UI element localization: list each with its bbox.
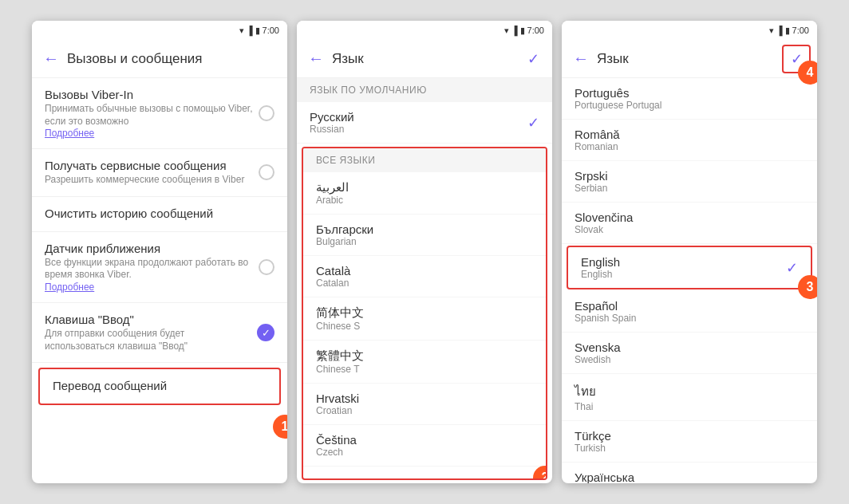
lang-bulgarian-content: Български Bulgarian: [316, 222, 373, 247]
lang-serbian-content: Srpski Serbian: [575, 169, 608, 194]
lang-spanish[interactable]: Español Spanish Spain: [562, 291, 817, 333]
time-1: 7:00: [263, 26, 279, 35]
lang-ukrainian-name: Українська: [575, 471, 634, 483]
lang-swedish[interactable]: Svenska Swedish: [562, 333, 817, 374]
lang-thai[interactable]: ไทย Thai: [562, 374, 817, 421]
app-bar-1: ← Вызовы и сообщения: [32, 40, 287, 78]
service-messages-subtitle: Разрешить коммерческие сообщения в Viber: [45, 174, 259, 187]
clear-history-content: Очистить историю сообщений: [45, 207, 274, 222]
lang-turkish-sub: Turkish: [575, 443, 611, 454]
service-messages-radio[interactable]: [259, 164, 274, 180]
enter-key-item[interactable]: Клавиша "Ввод" Для отправки сообщения бу…: [32, 303, 287, 363]
status-icons-2: ▾ ▐ ▮ 7:00: [504, 26, 544, 36]
step-badge-4: 4: [798, 61, 817, 85]
proximity-content: Датчик приближения Все функции экрана пр…: [45, 242, 259, 293]
proximity-title: Датчик приближения: [45, 242, 259, 255]
enter-key-title: Клавиша "Ввод": [45, 313, 257, 326]
clear-history-item[interactable]: Очистить историю сообщений: [32, 197, 287, 232]
status-icons-3: ▾ ▐ ▮ 7:00: [769, 26, 809, 36]
lang-czech-name: Čeština: [316, 433, 357, 447]
lang-arabic[interactable]: العربية Arabic: [303, 172, 546, 215]
lang-romanian-sub: Romanian: [575, 141, 620, 152]
lang-bulgarian-name: Български: [316, 222, 373, 236]
viber-in-content: Вызовы Viber-In Принимать обычные вызовы…: [45, 88, 259, 139]
panel-language-list: ▾ ▐ ▮ 7:00 ← Язык ✓ Язык по умолчанию Ру…: [297, 21, 552, 483]
lang-czech-content: Čeština Czech: [316, 433, 357, 458]
lang-croatian-name: Hrvatski: [316, 392, 359, 405]
default-lang-header: Язык по умолчанию: [297, 78, 552, 102]
lang-chinese-t[interactable]: 繁體中文 Chinese T: [303, 341, 546, 384]
lang-chinese-s-name: 简体中文: [316, 305, 364, 321]
signal-icon: ▐: [247, 26, 253, 35]
lang-portuguese[interactable]: Português Portuguese Portugal: [562, 78, 817, 120]
translation-title: Перевод сообщений: [53, 379, 267, 392]
lang-arabic-content: العربية Arabic: [316, 180, 349, 206]
lang-romanian-content: Română Romanian: [575, 128, 620, 152]
settings-list: Вызовы Viber-In Принимать обычные вызовы…: [32, 78, 287, 483]
service-messages-item[interactable]: Получать сервисные сообщения Разрешить к…: [32, 149, 287, 197]
viber-in-link[interactable]: Подробнее: [45, 128, 259, 139]
english-check: ✓: [786, 259, 798, 277]
proximity-radio[interactable]: [259, 259, 274, 275]
lang-catalan-name: Català: [316, 264, 350, 278]
lang-turkish-content: Türkçe Turkish: [575, 429, 611, 454]
lang-slovak[interactable]: Slovenčina Slovak: [562, 203, 817, 244]
screen-title-3: Язык: [594, 51, 782, 67]
panel-calls-messages: ▾ ▐ ▮ 7:00 ← Вызовы и сообщения Вызовы V…: [32, 21, 287, 483]
lang-catalan-sub: Catalan: [316, 278, 350, 289]
lang-spanish-sub: Spanish Spain: [575, 313, 636, 324]
back-button-3[interactable]: ←: [568, 46, 594, 72]
lang-portuguese-sub: Portuguese Portugal: [575, 100, 661, 111]
proximity-link[interactable]: Подробнее: [45, 282, 259, 293]
lang-slovak-sub: Slovak: [575, 224, 633, 235]
time-2: 7:00: [527, 26, 544, 35]
translation-content: Перевод сообщений: [53, 379, 267, 394]
status-bar-2: ▾ ▐ ▮ 7:00: [297, 21, 552, 40]
back-button-2[interactable]: ←: [303, 46, 329, 72]
screen-title-2: Язык: [329, 51, 520, 67]
viber-in-radio[interactable]: [259, 105, 274, 121]
lang-english-sub: English: [581, 269, 620, 280]
viber-in-item[interactable]: Вызовы Viber-In Принимать обычные вызовы…: [32, 78, 287, 149]
time-3: 7:00: [792, 26, 809, 35]
lang-turkish[interactable]: Türkçe Turkish: [562, 421, 817, 463]
lang-chinese-s[interactable]: 简体中文 Chinese S: [303, 297, 546, 341]
lang-chinese-t-name: 繁體中文: [316, 348, 364, 364]
battery-icon: ▮: [255, 26, 260, 36]
step-badge-2: 2: [533, 466, 547, 480]
lang-swedish-name: Svenska: [575, 341, 621, 354]
lang-spanish-content: Español Spanish Spain: [575, 299, 636, 324]
enter-key-subtitle: Для отправки сообщения будет использоват…: [45, 328, 257, 352]
proximity-item[interactable]: Датчик приближения Все функции экрана пр…: [32, 232, 287, 303]
translation-item[interactable]: Перевод сообщений: [38, 368, 281, 405]
wifi-icon: ▾: [239, 26, 244, 36]
lang-croatian[interactable]: Hrvatski Croatian: [303, 384, 546, 425]
screen-title-1: Вызовы и сообщения: [64, 51, 281, 67]
default-lang-item[interactable]: Русский Russian ✓: [297, 102, 552, 144]
back-button-1[interactable]: ←: [38, 46, 64, 72]
service-messages-content: Получать сервисные сообщения Разрешить к…: [45, 159, 259, 187]
lang-turkish-name: Türkçe: [575, 429, 611, 443]
signal-icon-2: ▐: [511, 26, 518, 35]
lang-catalan-content: Català Catalan: [316, 264, 350, 289]
lang-english-content: English English: [581, 255, 620, 280]
lang-bulgarian[interactable]: Български Bulgarian: [303, 215, 546, 256]
lang-serbian[interactable]: Srpski Serbian: [562, 161, 817, 203]
default-lang-sub: Russian: [310, 124, 354, 135]
signal-icon-3: ▐: [776, 26, 783, 35]
wifi-icon-3: ▾: [769, 26, 774, 36]
check-button-2[interactable]: ✓: [520, 46, 546, 72]
lang-chinese-s-sub: Chinese S: [316, 321, 364, 332]
enter-key-checkbox[interactable]: ✓: [257, 324, 274, 341]
lang-chinese-t-content: 繁體中文 Chinese T: [316, 348, 364, 375]
lang-czech[interactable]: Čeština Czech: [303, 425, 546, 467]
status-icons-1: ▾ ▐ ▮ 7:00: [239, 26, 279, 36]
lang-romanian[interactable]: Română Romanian: [562, 120, 817, 161]
app-bar-2: ← Язык ✓: [297, 40, 552, 78]
lang-ukrainian[interactable]: Українська: [562, 463, 817, 483]
lang-english[interactable]: English English ✓: [568, 247, 811, 288]
default-lang-name: Русский: [310, 110, 354, 124]
default-lang-check: ✓: [527, 114, 539, 132]
lang-arabic-sub: Arabic: [316, 195, 349, 206]
lang-catalan[interactable]: Català Catalan: [303, 256, 546, 297]
